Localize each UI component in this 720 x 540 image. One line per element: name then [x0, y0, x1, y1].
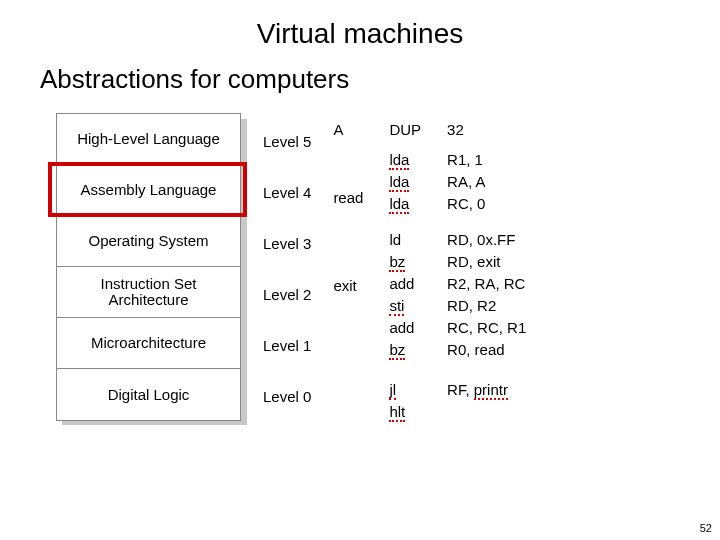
- stack-layer: Microarchitecture: [57, 318, 240, 369]
- slide-subtitle: Abstractions for computers: [0, 50, 720, 95]
- slide-title: Virtual machines: [0, 0, 720, 50]
- code-token: jl: [389, 379, 421, 401]
- code-token: RA, A: [447, 171, 526, 193]
- stack-layer: Instruction SetArchitecture: [57, 267, 240, 318]
- code-token: A: [333, 119, 363, 141]
- code-token: bz: [389, 339, 421, 361]
- code-token: RC, 0: [447, 193, 526, 215]
- code-operands-column: 32R1, 1RA, ARC, 0RD, 0x.FFRD, exitR2, RA…: [447, 119, 526, 423]
- code-token: RD, 0x.FF: [447, 229, 526, 251]
- level-label: Level 1: [263, 317, 311, 368]
- code-mnemonics-column: DUPldaldaldaldbzaddstiaddbzjlhlt: [389, 119, 421, 423]
- code-token: RD, exit: [447, 251, 526, 273]
- code-token: add: [389, 273, 421, 295]
- level-labels: Level 5Level 4Level 3Level 2Level 1Level…: [263, 113, 311, 423]
- code-token: lda: [389, 149, 421, 171]
- abstraction-stack: High-Level LanguageAssembly LanguageOper…: [56, 113, 241, 423]
- page-number: 52: [700, 522, 712, 534]
- code-token: ld: [389, 229, 421, 251]
- stack-layer: Operating System: [57, 216, 240, 267]
- stack-layer: High-Level Language: [57, 114, 240, 165]
- code-token: 32: [447, 119, 526, 141]
- code-token: RF, printr: [447, 379, 526, 401]
- level-label: Level 2: [263, 266, 311, 317]
- level-label: Level 0: [263, 368, 311, 419]
- level-label: Level 5: [263, 113, 311, 164]
- code-token: bz: [389, 251, 421, 273]
- assembly-listing: Areadexit DUPldaldaldaldbzaddstiaddbzjlh…: [333, 113, 526, 423]
- level-label: Level 3: [263, 215, 311, 266]
- code-token: add: [389, 317, 421, 339]
- code-token: lda: [389, 193, 421, 215]
- code-token: R1, 1: [447, 149, 526, 171]
- stack-layer: Digital Logic: [57, 369, 240, 420]
- code-token: RC, RC, R1: [447, 317, 526, 339]
- code-token: exit: [333, 275, 363, 297]
- code-token: R2, RA, RC: [447, 273, 526, 295]
- code-token: RD, R2: [447, 295, 526, 317]
- code-labels-column: Areadexit: [333, 119, 363, 423]
- code-token: R0, read: [447, 339, 526, 361]
- level-label: Level 4: [263, 164, 311, 215]
- code-token: read: [333, 187, 363, 209]
- code-token: DUP: [389, 119, 421, 141]
- code-token: sti: [389, 295, 421, 317]
- code-token: lda: [389, 171, 421, 193]
- stack-layer: Assembly Language: [57, 165, 240, 216]
- code-token: hlt: [389, 401, 421, 423]
